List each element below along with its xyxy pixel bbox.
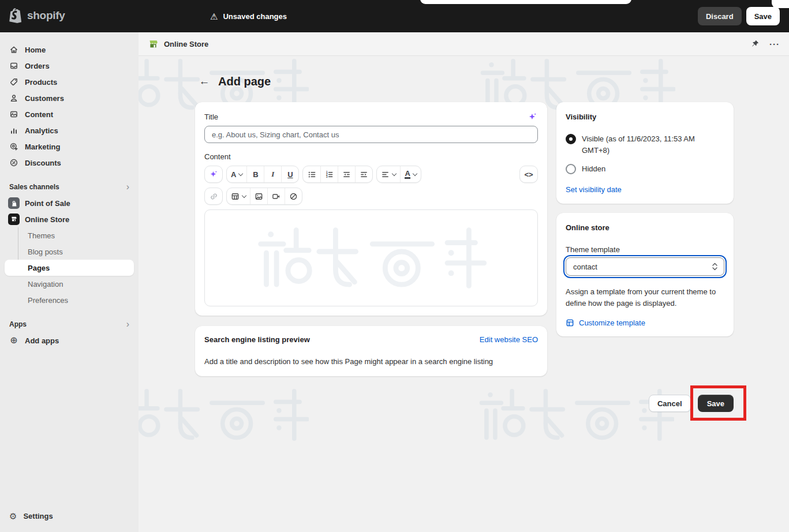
toolbar-group-magic <box>204 166 223 183</box>
theme-template-select[interactable]: contact <box>566 257 724 276</box>
sidebar-item-label: Online Store <box>25 215 69 224</box>
customize-template-row[interactable]: Customize template <box>566 319 724 327</box>
sidebar-item-discounts[interactable]: Discounts <box>5 155 134 171</box>
indent-button[interactable] <box>355 166 372 182</box>
gear-icon: ⚙ <box>9 512 17 520</box>
sidebar-subitem-label: Pages <box>28 264 50 272</box>
sidebar-item-content[interactable]: Content <box>5 106 134 122</box>
customize-template-link[interactable]: Customize template <box>579 319 645 327</box>
sidebar-item-point-of-sale[interactable]: Point of Sale <box>5 195 134 211</box>
sidebar-item-label: Products <box>25 78 57 87</box>
radio-unselected-icon[interactable] <box>566 164 576 174</box>
save-label: Save <box>707 399 724 408</box>
set-visibility-date-link[interactable]: Set visibility date <box>566 185 622 194</box>
select-updown-icon <box>712 263 718 271</box>
visibility-option-hidden[interactable]: Hidden <box>566 163 724 175</box>
sidebar-item-analytics[interactable]: Analytics <box>5 122 134 138</box>
outdent-button[interactable] <box>338 166 355 182</box>
italic-button[interactable]: I <box>264 166 281 182</box>
underline-icon: U <box>287 170 293 179</box>
online-store-green-icon <box>148 39 159 50</box>
radio-label: Visible (as of 11/6/2023, 11:53 AM GMT+8… <box>582 133 724 156</box>
insert-video-button[interactable] <box>267 188 285 204</box>
discounts-icon <box>9 158 18 167</box>
sidebar-settings-wrap: ⚙ Settings <box>0 508 139 524</box>
content-editor[interactable] <box>204 209 538 306</box>
sidebar-item-label: Home <box>25 46 46 54</box>
text-style-button[interactable]: A <box>227 166 246 182</box>
insert-image-button[interactable] <box>250 188 267 204</box>
sidebar-subitem-navigation[interactable]: Navigation <box>5 276 134 292</box>
sidebar-item-label: Marketing <box>25 143 60 151</box>
online-store-card: Online store Theme template contact Assi… <box>556 213 734 336</box>
bulleted-list-button[interactable] <box>303 166 320 182</box>
sidebar-item-customers[interactable]: Customers <box>5 90 134 106</box>
bold-button[interactable]: B <box>246 166 264 182</box>
sidebar-item-label: Point of Sale <box>25 199 70 208</box>
sidebar-item-products[interactable]: Products <box>5 74 134 90</box>
numbered-list-button[interactable]: 123 <box>320 166 338 182</box>
chevron-right-icon[interactable]: › <box>126 182 129 192</box>
pin-icon[interactable] <box>750 39 760 48</box>
edit-website-seo-link[interactable]: Edit website SEO <box>480 335 538 344</box>
sidebar-item-orders[interactable]: Orders <box>5 58 134 74</box>
link-button[interactable] <box>205 188 222 204</box>
shopify-logo[interactable]: shopify <box>9 8 65 24</box>
video-icon <box>272 192 281 201</box>
underline-button[interactable]: U <box>281 166 298 182</box>
toolbar-group-text-format: A B I U <box>226 166 299 183</box>
sidebar-item-settings[interactable]: ⚙ Settings <box>5 508 134 524</box>
sidebar-item-home[interactable]: Home <box>5 42 134 58</box>
back-button[interactable]: ← <box>196 73 212 89</box>
search-bar-partial <box>420 0 631 4</box>
sidebar-subitem-label: Themes <box>28 231 55 240</box>
table-button[interactable] <box>227 188 250 204</box>
title-input[interactable] <box>204 126 538 143</box>
bulleted-list-icon <box>308 170 316 179</box>
topbar-save-button[interactable]: Save <box>746 7 780 25</box>
magic-button[interactable] <box>205 166 222 182</box>
toolbar-group-align-color: A <box>376 166 421 183</box>
toolbar-group-insert <box>226 188 302 205</box>
sidebar-subitem-preferences[interactable]: Preferences <box>5 292 134 308</box>
page-heading-row: ← Add page <box>196 73 735 89</box>
brand-wordmark: shopify <box>27 9 65 22</box>
sidebar-subitem-label: Preferences <box>28 296 68 305</box>
show-html-button[interactable]: <> <box>520 166 537 182</box>
seo-preview-card: Search engine listing preview Edit websi… <box>195 326 547 376</box>
cancel-label: Cancel <box>657 399 682 408</box>
editor-toolbar-row1: A B I U <box>204 166 538 183</box>
sidebar-item-label: Settings <box>23 512 53 520</box>
sidebar-item-marketing[interactable]: Marketing <box>5 138 134 155</box>
text-color-button[interactable]: A <box>400 166 420 182</box>
save-button[interactable]: Save <box>698 395 734 412</box>
toolbar-group-code: <> <box>519 166 538 183</box>
title-label: Title <box>204 113 218 121</box>
clear-formatting-icon <box>289 192 298 201</box>
point-of-sale-icon <box>8 197 20 209</box>
cancel-button[interactable]: Cancel <box>649 395 691 412</box>
sidebar-section-apps[interactable]: Apps › <box>5 316 134 332</box>
content-icon <box>9 110 18 119</box>
sidebar-item-add-apps[interactable]: ⊕ Add apps <box>5 332 134 349</box>
seo-card-title: Search engine listing preview <box>204 335 310 344</box>
sidebar-item-label: Analytics <box>25 126 58 135</box>
sidebar-subitem-themes[interactable]: Themes <box>5 227 134 243</box>
chevron-right-icon[interactable]: › <box>126 320 129 329</box>
sidebar-section-sales-channels[interactable]: Sales channels › <box>5 179 134 195</box>
sidebar-subitem-pages[interactable]: Pages <box>5 260 134 276</box>
bold-icon: B <box>253 170 258 179</box>
home-icon <box>9 45 18 54</box>
sidebar-item-online-store[interactable]: Online Store <box>5 211 134 227</box>
more-actions-icon[interactable]: ··· <box>769 39 780 49</box>
radio-selected-icon[interactable] <box>566 134 576 144</box>
sidebar-subitem-blog-posts[interactable]: Blog posts <box>5 243 134 260</box>
visibility-option-visible[interactable]: Visible (as of 11/6/2023, 11:53 AM GMT+8… <box>566 133 724 156</box>
sidebar-subitem-label: Navigation <box>28 280 63 289</box>
discard-button[interactable]: Discard <box>698 7 742 25</box>
code-icon: <> <box>524 170 533 179</box>
clear-formatting-button[interactable] <box>285 188 302 204</box>
context-title[interactable]: Online Store <box>164 40 208 48</box>
alignment-button[interactable] <box>377 166 400 182</box>
magic-ai-button[interactable] <box>527 111 538 122</box>
